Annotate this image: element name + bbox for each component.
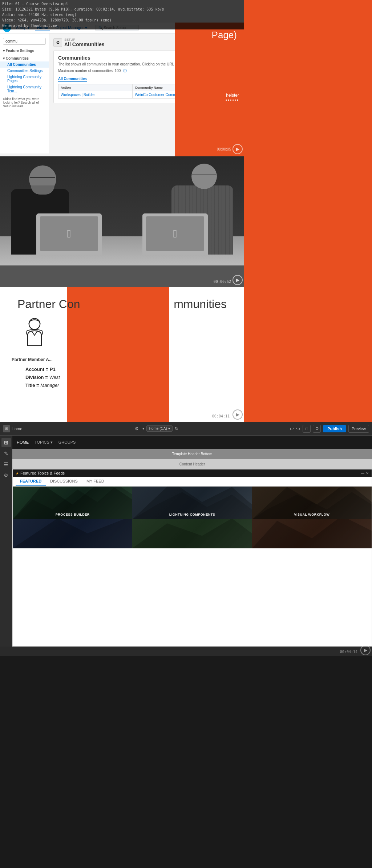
sf-tab-all-communities[interactable]: All Communities <box>58 77 87 82</box>
orange-overlay-right <box>175 23 244 156</box>
featured-card-4[interactable] <box>13 519 132 548</box>
timestamp-4: 00:04:14 <box>340 650 357 654</box>
featured-card-3[interactable]: VISUAL WORKFLOW <box>252 487 372 519</box>
featured-grid-row2 <box>13 519 372 548</box>
sf-setup-title: All Communities <box>64 41 104 47</box>
laptop-right:  <box>142 213 208 255</box>
partner-member-icon <box>20 316 49 351</box>
template-header-bottom: Template Header Bottom <box>12 449 372 459</box>
preview-button[interactable]: Preview <box>348 425 369 433</box>
card-bg-5 <box>132 519 252 548</box>
card-1-label: PROCESS BUILDER <box>56 513 90 516</box>
featured-topics-widget: ★ Featured Topics & Feeds — ✕ FEATURED D… <box>12 469 372 647</box>
laptop-left-screen:  <box>40 216 98 251</box>
builder-settings-icon[interactable]: ⊙ <box>313 425 321 433</box>
community-nav: HOME TOPICS ▾ GROUPS <box>12 436 372 449</box>
builder-arrow-left-icon: ▾ <box>142 427 144 431</box>
builder-left-panel: ⊞ ✎ ☰ ⚙ <box>0 436 12 647</box>
video-filename: File: 01 - Course Overview.mp4 <box>2 1 242 7</box>
svg-marker-9 <box>252 519 372 548</box>
community-nav-groups[interactable]: GROUPS <box>58 440 76 444</box>
builder-content-area: HOME TOPICS ▾ GROUPS Template Header Bot… <box>12 436 372 647</box>
chevron-down-icon: ▾ <box>168 427 170 431</box>
sf-table-col-action: Action <box>58 84 133 91</box>
builder-panel-icon-edit[interactable]: ✎ <box>1 449 11 458</box>
partner-details: Account = P1 Division = West Title = Man… <box>25 365 60 389</box>
widget-title: Featured Topics & Feeds <box>20 471 65 475</box>
sf-sidebar-item-communities-settings[interactable]: Communities Settings <box>0 68 49 74</box>
builder-timestamp-wrapper: 00:04:14 ▶ <box>0 647 372 656</box>
video-generated: Generated by Thumbnail.me <box>2 23 242 28</box>
widget-minus-icon: — <box>361 471 364 475</box>
video-audio: Audio: aac, 44100 Hz, stereo (eng) <box>2 12 242 17</box>
builder-page-selector[interactable]: Home (CA) ▾ <box>146 425 173 432</box>
play-button-overlay-1[interactable]: ▶ <box>232 144 243 154</box>
tab-discussions[interactable]: DISCUSSIONS <box>46 477 82 486</box>
featured-card-5[interactable] <box>132 519 252 548</box>
builder-device-icon[interactable]: □ <box>303 425 311 433</box>
slide-title-left: Partner Con <box>17 297 80 311</box>
sf-max-info-link[interactable]: ⓘ <box>123 69 127 73</box>
builder-refresh-icon[interactable]: ↻ <box>175 426 178 431</box>
play-button-overlay-4[interactable]: ▶ <box>360 645 371 655</box>
sf-setup-icon: ⚙ <box>53 38 62 47</box>
widget-controls[interactable]: — ✕ <box>361 471 369 475</box>
sf-sidebar-item-all-communities[interactable]: All Communities <box>0 61 49 68</box>
featured-grid: PROCESS BUILDER LIGHTNING COMPONENTS <box>13 487 372 519</box>
play-button-overlay-2[interactable]: ▶ <box>232 275 243 285</box>
account-line: Account = P1 <box>25 365 60 373</box>
builder-gear-icon[interactable]: ⚙ <box>134 425 140 432</box>
builder-toolbar: ⊞ Home ⚙ ▾ Home (CA) ▾ ↻ ↩ ↪ □ ⊙ Publish… <box>0 422 372 436</box>
featured-card-2[interactable]: LIGHTNING COMPONENTS <box>132 487 252 519</box>
division-line: Division = West <box>25 373 60 381</box>
right-orange-panel-1 <box>244 0 372 156</box>
bw-video-section:   <box>0 156 244 287</box>
bw-scene:   <box>0 156 244 287</box>
sf-sidebar-search[interactable]: commu <box>3 38 46 45</box>
sf-sidebar-group-feature: ▾ Feature Settings <box>0 48 49 54</box>
builder-body: ⊞ ✎ ☰ ⚙ HOME TOPICS ▾ GROUPS Template He… <box>0 436 372 647</box>
sf-table-action-cell[interactable]: Workspaces | Builder <box>58 91 133 99</box>
person-left-head <box>29 165 56 193</box>
sf-sidebar-item-lightning-pages[interactable]: Lightning Community Pages <box>0 74 49 84</box>
community-nav-home[interactable]: HOME <box>17 440 29 444</box>
sf-sidebar-note: Didn't find what you were looking for? S… <box>0 94 49 111</box>
card-2-label: LIGHTNING COMPONENTS <box>169 513 215 516</box>
sf-sidebar-group-communities-title: ▾ Communities <box>0 55 49 61</box>
builder-panel-icon-gear[interactable]: ⚙ <box>1 471 11 480</box>
community-nav-topics[interactable]: TOPICS ▾ <box>35 440 53 445</box>
person-right-head <box>191 164 217 189</box>
widget-close-icon: ✕ <box>366 471 369 475</box>
glasses-right <box>192 175 216 177</box>
title-line: Title = Manager <box>25 381 60 389</box>
tab-featured[interactable]: FEATURED <box>16 477 46 486</box>
play-button-overlay-3[interactable]: ▶ <box>232 409 243 420</box>
widget-header: ★ Featured Topics & Feeds — ✕ <box>13 469 372 477</box>
right-orange-panel-3 <box>244 287 372 422</box>
tab-my-feed[interactable]: MY FEED <box>82 477 109 486</box>
timestamp-3: 00:04:11 <box>212 414 230 418</box>
slide-title-partial: Page) <box>212 29 237 41</box>
sf-sidebar: commu ▾ Feature Settings ▾ Communities A… <box>0 33 49 153</box>
sf-sidebar-item-lightning-tem[interactable]: Lightning Community Tem... <box>0 84 49 94</box>
card-3-label: VISUAL WORKFLOW <box>294 513 329 516</box>
apple-logo-left:  <box>67 228 71 240</box>
featured-card-1[interactable]: PROCESS BUILDER <box>13 487 132 519</box>
partner-member-label: Partner Member A... <box>12 357 53 362</box>
builder-toolbar-center: ⚙ ▾ Home (CA) ▾ ↻ <box>24 425 287 432</box>
builder-panel-icon-pages[interactable]: ⊞ <box>1 438 11 447</box>
builder-undo-icon[interactable]: ↩ <box>290 426 294 432</box>
laptop-right-screen:  <box>146 216 204 251</box>
partner-communities-slide: Partner Con mmunities Partner Member A..… <box>0 287 244 422</box>
timestamp-2: 00:00:52 <box>214 280 231 284</box>
builder-toolbar-right: ↩ ↪ □ ⊙ Publish Preview <box>290 425 369 433</box>
publish-button[interactable]: Publish <box>323 425 346 432</box>
glasses <box>30 177 55 180</box>
builder-redo-icon[interactable]: ↪ <box>296 426 300 432</box>
builder-home-icon: ⊞ <box>3 425 10 432</box>
topics-chevron-icon: ▾ <box>50 440 53 445</box>
builder-panel-icon-list[interactable]: ☰ <box>1 460 11 469</box>
featured-card-6[interactable] <box>252 519 372 548</box>
sf-sidebar-group-communities: ▾ Communities All Communities Communitie… <box>0 55 49 94</box>
sf-setup-meta: SETUP All Communities <box>64 38 104 47</box>
